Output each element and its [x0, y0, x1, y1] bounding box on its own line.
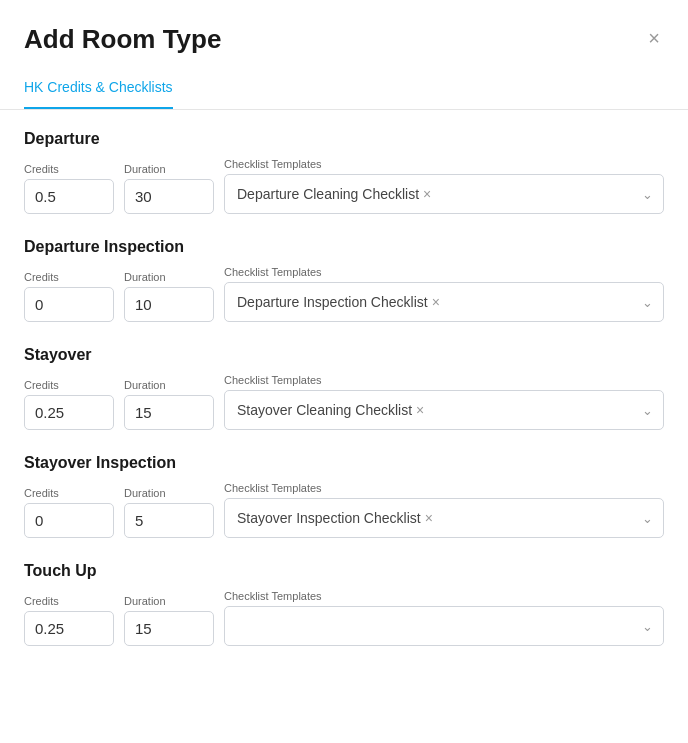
- stayover-section: Stayover Credits Duration Checklist Temp…: [24, 346, 664, 430]
- departure-checklist-group: Checklist Templates Departure Cleaning C…: [224, 158, 664, 214]
- touch-up-checklist-group: Checklist Templates ⌄: [224, 590, 664, 646]
- departure-fields: Credits Duration Checklist Templates Dep…: [24, 158, 664, 214]
- stayover-inspection-credits-label: Credits: [24, 487, 114, 499]
- stayover-duration-group: Duration: [124, 379, 214, 430]
- stayover-credits-group: Credits: [24, 379, 114, 430]
- departure-checklist-remove[interactable]: ×: [423, 186, 431, 202]
- modal-body: Departure Credits Duration Checklist Tem…: [0, 110, 688, 694]
- departure-inspection-checklist-group: Checklist Templates Departure Inspection…: [224, 266, 664, 322]
- departure-credits-group: Credits: [24, 163, 114, 214]
- touch-up-fields: Credits Duration Checklist Templates ⌄: [24, 590, 664, 646]
- departure-title: Departure: [24, 130, 664, 148]
- stayover-inspection-credits-input[interactable]: [24, 503, 114, 538]
- touch-up-credits-group: Credits: [24, 595, 114, 646]
- stayover-inspection-checklist-label: Checklist Templates: [224, 482, 664, 494]
- chevron-down-icon: ⌄: [642, 403, 653, 418]
- stayover-inspection-duration-label: Duration: [124, 487, 214, 499]
- departure-inspection-checklist-label: Checklist Templates: [224, 266, 664, 278]
- stayover-fields: Credits Duration Checklist Templates Sta…: [24, 374, 664, 430]
- touch-up-checklist-select[interactable]: ⌄: [224, 606, 664, 646]
- touch-up-duration-group: Duration: [124, 595, 214, 646]
- stayover-inspection-checklist-remove[interactable]: ×: [425, 510, 433, 526]
- departure-duration-group: Duration: [124, 163, 214, 214]
- touch-up-duration-label: Duration: [124, 595, 214, 607]
- stayover-checklist-group: Checklist Templates Stayover Cleaning Ch…: [224, 374, 664, 430]
- touch-up-section: Touch Up Credits Duration Checklist Temp…: [24, 562, 664, 646]
- tab-hk-credits[interactable]: HK Credits & Checklists: [24, 71, 173, 109]
- chevron-down-icon: ⌄: [642, 511, 653, 526]
- departure-inspection-checklist-select[interactable]: Departure Inspection Checklist × ⌄: [224, 282, 664, 322]
- stayover-inspection-section: Stayover Inspection Credits Duration Che…: [24, 454, 664, 538]
- touch-up-duration-input[interactable]: [124, 611, 214, 646]
- modal-title: Add Room Type: [24, 24, 221, 55]
- departure-inspection-checklist-remove[interactable]: ×: [432, 294, 440, 310]
- add-room-type-modal: Add Room Type × HK Credits & Checklists …: [0, 0, 688, 743]
- touch-up-title: Touch Up: [24, 562, 664, 580]
- stayover-inspection-title: Stayover Inspection: [24, 454, 664, 472]
- chevron-down-icon: ⌄: [642, 187, 653, 202]
- stayover-checklist-label: Checklist Templates: [224, 374, 664, 386]
- departure-checklist-tag: Departure Cleaning Checklist ×: [237, 186, 431, 202]
- stayover-duration-label: Duration: [124, 379, 214, 391]
- departure-duration-label: Duration: [124, 163, 214, 175]
- departure-checklist-label: Checklist Templates: [224, 158, 664, 170]
- stayover-inspection-credits-group: Credits: [24, 487, 114, 538]
- chevron-down-icon: ⌄: [642, 295, 653, 310]
- stayover-checklist-select[interactable]: Stayover Cleaning Checklist × ⌄: [224, 390, 664, 430]
- stayover-title: Stayover: [24, 346, 664, 364]
- departure-inspection-credits-label: Credits: [24, 271, 114, 283]
- touch-up-credits-input[interactable]: [24, 611, 114, 646]
- stayover-inspection-checklist-select[interactable]: Stayover Inspection Checklist × ⌄: [224, 498, 664, 538]
- departure-section: Departure Credits Duration Checklist Tem…: [24, 130, 664, 214]
- stayover-inspection-checklist-group: Checklist Templates Stayover Inspection …: [224, 482, 664, 538]
- stayover-credits-label: Credits: [24, 379, 114, 391]
- touch-up-checklist-label: Checklist Templates: [224, 590, 664, 602]
- tabs-bar: HK Credits & Checklists: [0, 55, 688, 110]
- stayover-duration-input[interactable]: [124, 395, 214, 430]
- departure-inspection-duration-group: Duration: [124, 271, 214, 322]
- departure-credits-input[interactable]: [24, 179, 114, 214]
- departure-inspection-checklist-tag: Departure Inspection Checklist ×: [237, 294, 440, 310]
- departure-inspection-duration-input[interactable]: [124, 287, 214, 322]
- modal-header: Add Room Type ×: [0, 0, 688, 55]
- departure-inspection-section: Departure Inspection Credits Duration Ch…: [24, 238, 664, 322]
- departure-inspection-credits-group: Credits: [24, 271, 114, 322]
- chevron-down-icon: ⌄: [642, 619, 653, 634]
- stayover-inspection-duration-group: Duration: [124, 487, 214, 538]
- departure-inspection-credits-input[interactable]: [24, 287, 114, 322]
- touch-up-credits-label: Credits: [24, 595, 114, 607]
- stayover-inspection-duration-input[interactable]: [124, 503, 214, 538]
- stayover-checklist-remove[interactable]: ×: [416, 402, 424, 418]
- stayover-inspection-checklist-tag: Stayover Inspection Checklist ×: [237, 510, 433, 526]
- stayover-inspection-fields: Credits Duration Checklist Templates Sta…: [24, 482, 664, 538]
- departure-inspection-title: Departure Inspection: [24, 238, 664, 256]
- departure-inspection-fields: Credits Duration Checklist Templates Dep…: [24, 266, 664, 322]
- departure-duration-input[interactable]: [124, 179, 214, 214]
- departure-credits-label: Credits: [24, 163, 114, 175]
- close-button[interactable]: ×: [644, 24, 664, 52]
- stayover-checklist-tag: Stayover Cleaning Checklist ×: [237, 402, 424, 418]
- departure-inspection-duration-label: Duration: [124, 271, 214, 283]
- stayover-credits-input[interactable]: [24, 395, 114, 430]
- departure-checklist-select[interactable]: Departure Cleaning Checklist × ⌄: [224, 174, 664, 214]
